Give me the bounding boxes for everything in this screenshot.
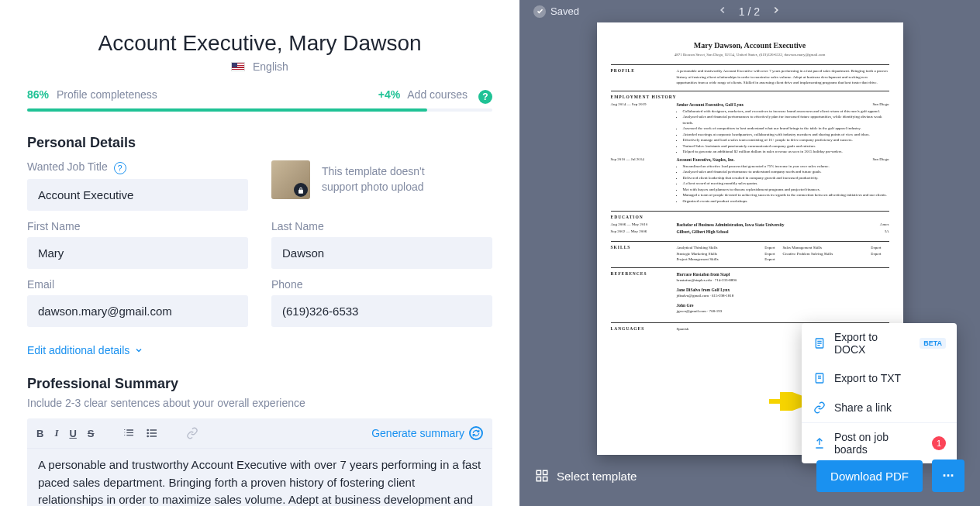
progress-row: 86% Profile completeness +4% Add courses…: [27, 88, 492, 104]
chevron-down-icon: [134, 346, 143, 355]
summary-textarea[interactable]: A personable and trustworthy Account Exe…: [27, 449, 492, 506]
section-personal-details: Personal Details: [27, 135, 492, 151]
editor-pane: Account Executive, Mary Dawson English 8…: [0, 0, 519, 506]
download-pdf-button[interactable]: Download PDF: [816, 460, 923, 492]
export-dropdown: Export to DOCX BETA Export to TXT Share …: [802, 323, 957, 463]
share-link-item[interactable]: Share a link: [802, 393, 957, 422]
rte-toolbar: B I U S Generate summary: [27, 418, 492, 449]
doc-reference: Horrace Rustafon from Staplhrustafon@sta…: [677, 271, 889, 284]
email-label: Email: [27, 278, 248, 291]
notification-badge: 1: [932, 436, 946, 450]
help-icon[interactable]: ?: [114, 162, 126, 174]
preview-pane: Saved 1 / 2 Mary Dawson, Account Executi…: [519, 0, 980, 506]
flag-us-icon: [231, 62, 245, 71]
beta-badge: BETA: [920, 338, 946, 349]
doc-profile-label: PROFILE: [611, 68, 677, 86]
doc-skill-row: Strategic Marketing SkillsExpertCreative…: [677, 251, 889, 257]
doc-ref-label: REFERENCES: [611, 271, 677, 318]
export-txt-item[interactable]: Export to TXT: [802, 363, 957, 393]
photo-thumbnail[interactable]: [271, 160, 310, 199]
upload-icon: [813, 436, 826, 450]
phone-label: Phone: [271, 278, 492, 291]
help-icon[interactable]: ?: [478, 90, 492, 104]
check-icon: [533, 5, 546, 18]
doc-emp-label: EMPLOYMENT HISTORY: [611, 95, 677, 99]
post-job-boards-item[interactable]: Post on job boards 1: [802, 423, 957, 463]
first-name-label: First Name: [27, 220, 248, 232]
doc-skills-label: SKILLS: [611, 245, 677, 263]
doc-edu-row: Aug 2006 — May 2010Bachelor of Business …: [611, 222, 889, 227]
svg-rect-8: [543, 470, 547, 474]
strike-button[interactable]: S: [88, 428, 95, 439]
next-page-button[interactable]: [771, 5, 782, 18]
link-icon[interactable]: [186, 427, 198, 439]
refresh-icon: [469, 426, 483, 440]
first-name-input[interactable]: [27, 237, 248, 269]
doc-profile-body: A personable and trustworthy Account Exe…: [677, 68, 889, 86]
svg-rect-7: [537, 470, 540, 474]
section-professional-summary: Professional Summary: [27, 376, 492, 392]
svg-rect-9: [537, 477, 540, 481]
language-row[interactable]: English: [27, 60, 492, 73]
progress-bar: [27, 108, 492, 112]
add-percent: +4%: [378, 88, 400, 101]
docx-icon: [813, 336, 826, 350]
edit-additional-details-link[interactable]: Edit additional details: [27, 344, 143, 356]
page-navigator: 1 / 2: [717, 5, 782, 18]
wanted-job-label: Wanted Job Title ?: [27, 160, 248, 174]
doc-title: Mary Dawson, Account Executive: [611, 41, 889, 50]
txt-icon: [813, 371, 826, 385]
saved-indicator: Saved: [533, 5, 579, 18]
doc-job: Aug 2014 — Sep 2019Senior Account Execut…: [611, 102, 889, 155]
phone-input[interactable]: [271, 295, 492, 327]
prev-page-button[interactable]: [717, 5, 728, 18]
add-courses-link[interactable]: Add courses: [407, 88, 468, 101]
chevron-right-icon: [771, 5, 782, 15]
svg-point-0: [147, 429, 149, 432]
progress-percent: 86%: [27, 88, 49, 101]
doc-contact: 4871 Beacon Street, San Diego, 92154, Un…: [611, 53, 889, 57]
doc-skill-row: Analytical Thinking SkillsExpertSales Ma…: [677, 245, 889, 251]
progress-label: Profile completeness: [57, 88, 157, 101]
doc-skill-row: Project Management SkillsExpert: [677, 256, 889, 263]
svg-point-1: [147, 432, 149, 435]
italic-button[interactable]: I: [54, 427, 58, 439]
doc-reference: Jane DiSalvo from Golf Lynxjdisalvo@gmai…: [677, 287, 889, 299]
progress-fill: [27, 108, 427, 112]
lock-icon: [297, 187, 305, 194]
generate-summary-button[interactable]: Generate summary: [371, 426, 483, 440]
unordered-list-icon[interactable]: [146, 427, 158, 439]
bottom-bar: Select template Download PDF ···: [519, 460, 980, 492]
email-input[interactable]: [27, 295, 248, 327]
select-template-button[interactable]: Select template: [535, 469, 637, 483]
last-name-label: Last Name: [271, 220, 492, 232]
svg-rect-10: [543, 477, 547, 481]
language-label: English: [253, 60, 288, 73]
last-name-input[interactable]: [271, 237, 492, 269]
chevron-left-icon: [717, 5, 728, 15]
summary-hint: Include 2-3 clear sentences about your o…: [27, 397, 492, 409]
photo-note: This template doesn't support photo uplo…: [322, 164, 425, 194]
page-counter: 1 / 2: [739, 5, 760, 18]
template-grid-icon: [535, 469, 549, 483]
underline-button[interactable]: U: [69, 428, 76, 439]
wanted-job-input[interactable]: [27, 179, 248, 211]
ordered-list-icon[interactable]: [122, 427, 135, 439]
bold-button[interactable]: B: [36, 428, 43, 439]
page-title: Account Executive, Mary Dawson: [27, 31, 492, 56]
doc-edu-label: EDUCATION: [611, 215, 677, 219]
more-options-button[interactable]: ···: [932, 460, 964, 492]
doc-lang-label: LANGUAGES: [611, 326, 677, 332]
doc-job: Sep 2010 — Jul 2014Account Executive, St…: [611, 157, 889, 205]
export-docx-item[interactable]: Export to DOCX BETA: [802, 323, 957, 363]
doc-edu-row: Sep 2002 — May 2006Gilbert, Gilbert High…: [611, 229, 889, 234]
doc-reference: John Grejgreen@gmail.com · 708-193: [677, 302, 889, 315]
svg-point-2: [147, 435, 149, 438]
link-icon: [813, 401, 826, 415]
